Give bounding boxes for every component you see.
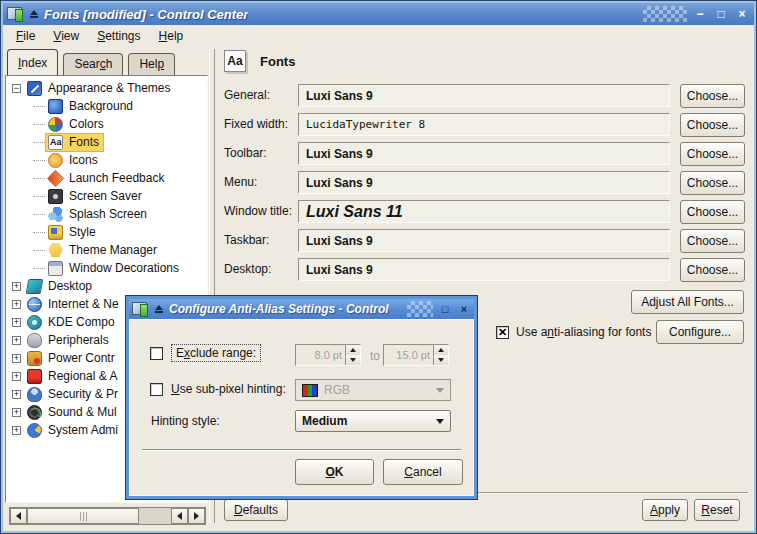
hinting-style-combobox[interactable]: Medium — [295, 410, 451, 432]
scrollbar-track[interactable] — [139, 508, 171, 524]
style-icon — [48, 225, 63, 240]
tree-item[interactable]: Fonts — [6, 133, 207, 151]
choose-button[interactable]: Choose... — [680, 229, 745, 253]
rgb-swatch-icon — [302, 384, 318, 397]
exclude-range-group: Exclude range: — [150, 344, 261, 362]
sound-icon — [27, 405, 42, 420]
dialog-maximize-button[interactable]: □ — [438, 302, 452, 316]
arrow-left-icon — [16, 512, 21, 520]
menu-settings[interactable]: Settings — [88, 27, 149, 45]
dialog-close-button[interactable]: × — [457, 302, 471, 316]
system-admin-icon — [27, 423, 42, 438]
defaults-button[interactable]: Defaults — [224, 499, 288, 521]
scroll-left-button[interactable] — [10, 508, 27, 524]
tree-item[interactable]: Background — [6, 97, 207, 115]
tree-item[interactable]: Theme Manager — [6, 241, 207, 259]
choose-button[interactable]: Choose... — [680, 200, 745, 224]
tab-help[interactable]: Help — [128, 53, 175, 75]
expand-icon[interactable]: + — [12, 372, 21, 381]
desktop-icon — [26, 279, 44, 294]
arrow-right-icon — [194, 512, 199, 520]
scrollbar-thumb[interactable] — [27, 508, 139, 524]
apply-button[interactable]: Apply — [642, 499, 688, 521]
to-label: to — [370, 349, 380, 363]
close-button[interactable]: × — [734, 6, 750, 22]
font-row-label: General: — [224, 88, 270, 102]
tree-item-appearance-themes[interactable]: − Appearance & Themes — [6, 79, 207, 97]
window-title: Fonts [modified] - Control Center — [44, 7, 248, 22]
expand-icon[interactable]: + — [12, 318, 21, 327]
dialog-title: Configure Anti-Alias Settings - Control — [169, 302, 389, 316]
reset-button[interactable]: Reset — [694, 499, 740, 521]
chevron-down-icon — [436, 388, 444, 393]
antialias-checkbox[interactable] — [496, 326, 509, 339]
tree-item[interactable]: + Desktop — [6, 277, 207, 295]
expand-icon[interactable]: + — [12, 336, 21, 345]
fonts-icon — [48, 135, 63, 150]
window-inner: Fonts [modified] - Control Center − □ × … — [3, 3, 754, 531]
tree-item[interactable]: Screen Saver — [6, 187, 207, 205]
tab-index[interactable]: Index — [7, 49, 58, 75]
font-row-label: Menu: — [224, 175, 257, 189]
font-row-label: Fixed width: — [224, 117, 288, 131]
subpixel-group: Use sub-pixel hinting: — [150, 382, 286, 396]
cancel-button[interactable]: Cancel — [383, 459, 463, 485]
colors-icon — [48, 117, 63, 132]
window-menu-icon[interactable] — [29, 10, 39, 19]
window-menu-icon[interactable] — [154, 305, 164, 314]
titlebar[interactable]: Fonts [modified] - Control Center − □ × — [3, 3, 754, 25]
exclude-range-label: Exclude range: — [171, 344, 261, 362]
launch-feedback-icon — [47, 169, 64, 186]
menu-view[interactable]: View — [44, 27, 88, 45]
dialog-body: Exclude range: 8.0 pt to 15.0 pt Use s — [129, 319, 474, 496]
exclude-from-spinbox: 8.0 pt — [295, 344, 361, 366]
dialog-titlebar[interactable]: Configure Anti-Alias Settings - Control … — [129, 299, 474, 319]
exclude-range-checkbox[interactable] — [150, 347, 163, 360]
tree-item[interactable]: Window Decorations — [6, 259, 207, 277]
scroll-left-button-2[interactable] — [171, 508, 188, 524]
chevron-down-icon — [436, 419, 444, 424]
ok-button[interactable]: OK — [295, 459, 374, 485]
tree-item[interactable]: Launch Feedback — [6, 169, 207, 187]
expand-icon[interactable]: + — [12, 354, 21, 363]
tree-item[interactable]: Splash Screen — [6, 205, 207, 223]
expand-icon[interactable]: + — [12, 300, 21, 309]
tab-search[interactable]: Search — [63, 53, 123, 75]
expand-icon[interactable]: + — [12, 426, 21, 435]
antialias-dialog: Configure Anti-Alias Settings - Control … — [125, 295, 478, 500]
tree-item[interactable]: Icons — [6, 151, 207, 169]
choose-button[interactable]: Choose... — [680, 113, 745, 137]
subpixel-label: Use sub-pixel hinting: — [171, 382, 286, 396]
scroll-right-button[interactable] — [188, 508, 205, 524]
choose-button[interactable]: Choose... — [680, 84, 745, 108]
choose-button[interactable]: Choose... — [680, 142, 745, 166]
menu-help[interactable]: Help — [150, 27, 193, 45]
font-row-label: Taskbar: — [224, 233, 269, 247]
spin-down-icon — [346, 355, 360, 365]
font-row: Fixed width: LucidaTypewriter 8 Choose..… — [216, 113, 750, 137]
collapse-expander-icon[interactable]: − — [12, 84, 21, 93]
font-row: General: Luxi Sans 9 Choose... — [216, 84, 750, 108]
control-center-app-icon — [132, 302, 149, 317]
configure-button[interactable]: Configure... — [656, 320, 744, 344]
tree-item[interactable]: Colors — [6, 115, 207, 133]
minimize-button[interactable]: − — [692, 6, 708, 22]
expand-icon[interactable]: + — [12, 282, 21, 291]
font-row-label: Toolbar: — [224, 146, 267, 160]
subpixel-checkbox[interactable] — [150, 383, 163, 396]
expand-icon[interactable]: + — [12, 390, 21, 399]
menu-file[interactable]: File — [7, 27, 44, 45]
font-row: Taskbar: Luxi Sans 9 Choose... — [216, 229, 750, 253]
control-center-app-icon — [7, 7, 24, 22]
hinting-style-label: Hinting style: — [151, 414, 220, 428]
horizontal-scrollbar[interactable] — [9, 507, 206, 525]
choose-button[interactable]: Choose... — [680, 171, 745, 195]
choose-button[interactable]: Choose... — [680, 258, 745, 282]
control-center-window: Fonts [modified] - Control Center − □ × … — [0, 0, 757, 534]
menubar: File View Settings Help — [3, 25, 754, 47]
maximize-button[interactable]: □ — [713, 6, 729, 22]
tree-item[interactable]: Style — [6, 223, 207, 241]
expand-icon[interactable]: + — [12, 408, 21, 417]
adjust-all-fonts-button[interactable]: Adjust All Fonts... — [631, 290, 744, 314]
fonts-header-icon: Aa — [224, 50, 246, 72]
